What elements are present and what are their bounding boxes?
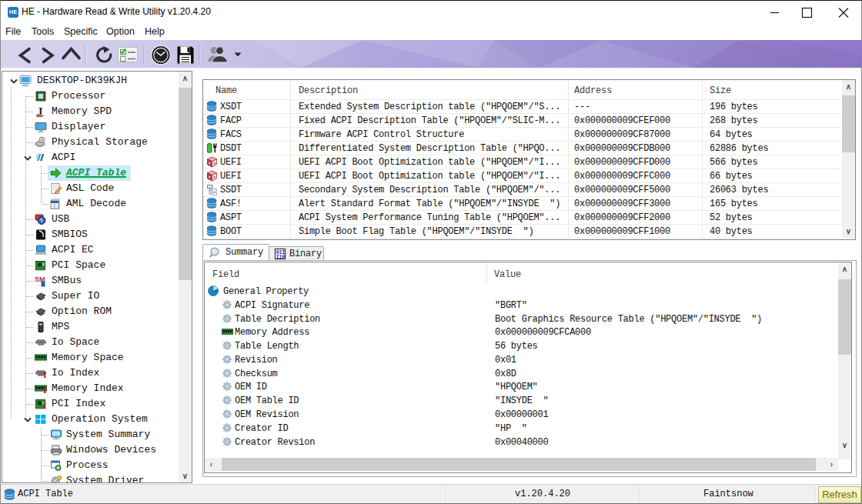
svg-text:I10: I10 [276, 255, 285, 260]
